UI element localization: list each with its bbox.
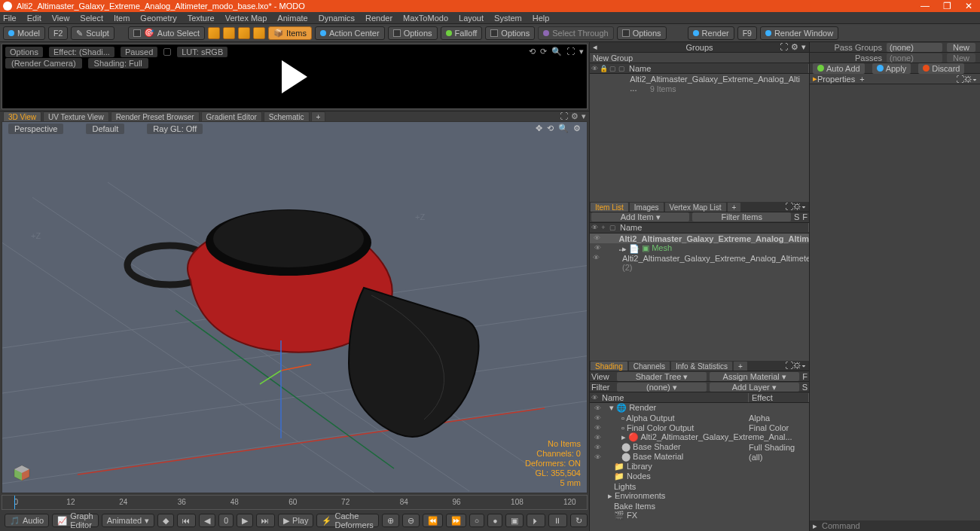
shade-mat[interactable]: Alti2_Altimaster_Galaxy_Extreme_Anal... bbox=[641, 432, 792, 441]
menu-animate[interactable]: Animate bbox=[277, 14, 307, 23]
tl-icon-3[interactable]: ⏪ bbox=[423, 514, 443, 527]
tab-shading-add[interactable]: + bbox=[733, 361, 748, 371]
tl-icon-8[interactable]: ⏵ bbox=[527, 514, 545, 527]
groups-arrow-icon[interactable]: ◂ bbox=[593, 42, 597, 52]
properties-menu-icon[interactable]: ▾ bbox=[972, 75, 977, 84]
viewport-3d[interactable]: Perspective Default Ray GL: Off ✥ ⟲ 🔍 ⚙ bbox=[2, 121, 588, 493]
tl-icon-2[interactable]: ⊖ bbox=[402, 514, 420, 527]
menu-view[interactable]: View bbox=[52, 14, 70, 23]
tab-3dview[interactable]: 3D View bbox=[3, 111, 41, 122]
pass-groups-dropdown[interactable]: (none) bbox=[887, 43, 942, 52]
il-vis-icon[interactable]: 👁 bbox=[590, 224, 599, 231]
il-col3-icon[interactable]: ▢ bbox=[608, 224, 617, 231]
sel-col-icon[interactable]: ▢ bbox=[608, 65, 617, 72]
model-button[interactable]: Model bbox=[3, 26, 45, 40]
properties-add-icon[interactable]: + bbox=[859, 75, 864, 84]
render-button[interactable]: Render bbox=[688, 26, 734, 40]
tl-icon-5[interactable]: ○ bbox=[469, 514, 484, 527]
tab-channels[interactable]: Channels bbox=[628, 361, 670, 371]
prev-frame-button[interactable]: ◀ bbox=[199, 514, 215, 527]
preview-shading[interactable]: Shading: Full bbox=[88, 58, 148, 69]
preview-camera[interactable]: (Render Camera) bbox=[5, 58, 82, 69]
viewport-expand-icon[interactable]: ⛶ bbox=[560, 111, 568, 121]
command-line[interactable]: ▸ Command bbox=[810, 520, 980, 531]
cube-icon-3[interactable] bbox=[238, 27, 250, 39]
shading-gear-icon[interactable]: ⚙ bbox=[793, 361, 801, 370]
audio-button[interactable]: 🎵 Audio bbox=[5, 514, 49, 527]
groups-list[interactable]: ▸ 📁 Alti2_Altimaster_Galaxy_Extreme_Anal… bbox=[590, 74, 809, 202]
passes-dropdown[interactable]: (none) bbox=[887, 53, 942, 63]
col4-icon[interactable]: ▢ bbox=[617, 65, 626, 72]
action-center-button[interactable]: Action Center bbox=[315, 26, 385, 40]
f9-button[interactable]: F9 bbox=[737, 26, 757, 40]
menu-maxtomodo[interactable]: MaxToModo bbox=[403, 14, 448, 23]
tl-icon-10[interactable]: ↻ bbox=[570, 514, 588, 527]
options-button-2[interactable]: Options bbox=[485, 26, 535, 40]
properties-header[interactable]: Properties bbox=[817, 75, 855, 84]
refresh-icon[interactable]: ⟲ bbox=[529, 47, 536, 56]
tl-icon-9[interactable]: ⏸ bbox=[548, 514, 567, 527]
shading-f-icon[interactable]: F bbox=[802, 372, 808, 381]
falloff-button[interactable]: Falloff bbox=[441, 26, 483, 40]
groups-menu-icon[interactable]: ▾ bbox=[801, 42, 806, 52]
sh-vis-icon[interactable]: 👁 bbox=[590, 394, 599, 401]
tl-icon-6[interactable]: ● bbox=[487, 514, 502, 527]
cube-icon-2[interactable] bbox=[223, 27, 235, 39]
il-add-icon[interactable]: + bbox=[599, 224, 608, 231]
menu-geometry[interactable]: Geometry bbox=[140, 14, 176, 23]
tl-icon-7[interactable]: ▣ bbox=[505, 514, 524, 527]
animated-dropdown[interactable]: Animated ▾ bbox=[102, 514, 154, 527]
render-window-button[interactable]: Render Window bbox=[760, 26, 838, 40]
shader-tree-dropdown[interactable]: Shader Tree ▾ bbox=[617, 372, 707, 381]
frame-field[interactable]: 0 bbox=[218, 514, 234, 527]
preview-paused[interactable]: Paused bbox=[121, 47, 157, 57]
shading-expand-icon[interactable]: ⛶ bbox=[785, 361, 793, 370]
menu-render[interactable]: Render bbox=[365, 14, 392, 23]
options-button-1[interactable]: Options bbox=[388, 26, 438, 40]
filter-f-icon[interactable]: F bbox=[802, 212, 808, 221]
tl-icon-4[interactable]: ⏩ bbox=[446, 514, 466, 527]
playhead[interactable] bbox=[14, 496, 15, 509]
menu-edit[interactable]: Edit bbox=[27, 14, 41, 23]
groups-gear-icon[interactable]: ⚙ bbox=[791, 42, 798, 52]
menu-vertexmap[interactable]: Vertex Map bbox=[225, 14, 267, 23]
options-button-3[interactable]: Options bbox=[617, 26, 667, 40]
shade-fx[interactable]: FX bbox=[627, 511, 637, 520]
lock-col-icon[interactable]: 🔒 bbox=[599, 65, 608, 72]
zoom-icon[interactable]: 🔍 bbox=[551, 47, 562, 56]
menu-layout[interactable]: Layout bbox=[459, 14, 484, 23]
shade-env[interactable]: Environments bbox=[615, 491, 665, 500]
discard-button[interactable]: Discard bbox=[918, 63, 964, 74]
sculpt-button[interactable]: ✎ Sculpt bbox=[71, 26, 114, 40]
shading-list[interactable]: 👁▾ 🌐 Render 👁▫ Alpha OutputAlpha 👁▫ Fina… bbox=[590, 403, 809, 531]
assign-material-button[interactable]: Assign Material ▾ bbox=[710, 372, 799, 381]
shading-menu-icon[interactable]: ▾ bbox=[801, 361, 806, 370]
tab-shading[interactable]: Shading bbox=[590, 361, 628, 371]
auto-add-button[interactable]: Auto Add bbox=[813, 63, 865, 74]
shade-render[interactable]: Render bbox=[629, 403, 656, 412]
menu-dynamics[interactable]: Dynamics bbox=[319, 14, 355, 23]
shading-filter-dropdown[interactable]: (none) ▾ bbox=[617, 383, 707, 392]
vis-col-icon[interactable]: 👁 bbox=[590, 65, 599, 72]
shade-finalcolor[interactable]: Final Color Output bbox=[627, 423, 694, 432]
preview-effect[interactable]: Effect: (Shadi... bbox=[49, 47, 114, 57]
filter-s-icon[interactable]: S bbox=[794, 212, 799, 221]
minimize-button[interactable]: — bbox=[920, 2, 930, 11]
timeline-ruler[interactable]: 0 12 24 36 48 60 72 84 96 108 120 bbox=[2, 495, 588, 510]
viewport-menu-icon[interactable]: ▾ bbox=[582, 111, 586, 121]
shade-basemat[interactable]: Base Material bbox=[633, 452, 683, 461]
items-button[interactable]: 📦 Items bbox=[268, 26, 312, 40]
itemlist-menu-icon[interactable]: ▾ bbox=[801, 202, 806, 211]
last-frame-button[interactable]: ⏭ bbox=[256, 514, 275, 527]
menu-system[interactable]: System bbox=[494, 14, 522, 23]
tl-icon-1[interactable]: ⊕ bbox=[382, 514, 399, 527]
f2-button[interactable]: F2 bbox=[48, 26, 68, 40]
shade-nodes[interactable]: Nodes bbox=[627, 471, 651, 481]
play-button[interactable]: ▶ Play bbox=[278, 514, 313, 527]
cube-icon-4[interactable] bbox=[253, 27, 265, 39]
add-layer-dropdown[interactable]: Add Layer ▾ bbox=[710, 383, 799, 392]
properties-gear-icon[interactable]: ⚙ bbox=[964, 75, 972, 84]
reload-icon[interactable]: ⟳ bbox=[540, 47, 547, 56]
filter-items-field[interactable]: Filter Items bbox=[692, 212, 790, 221]
key-icon[interactable]: ◆ bbox=[157, 514, 174, 527]
